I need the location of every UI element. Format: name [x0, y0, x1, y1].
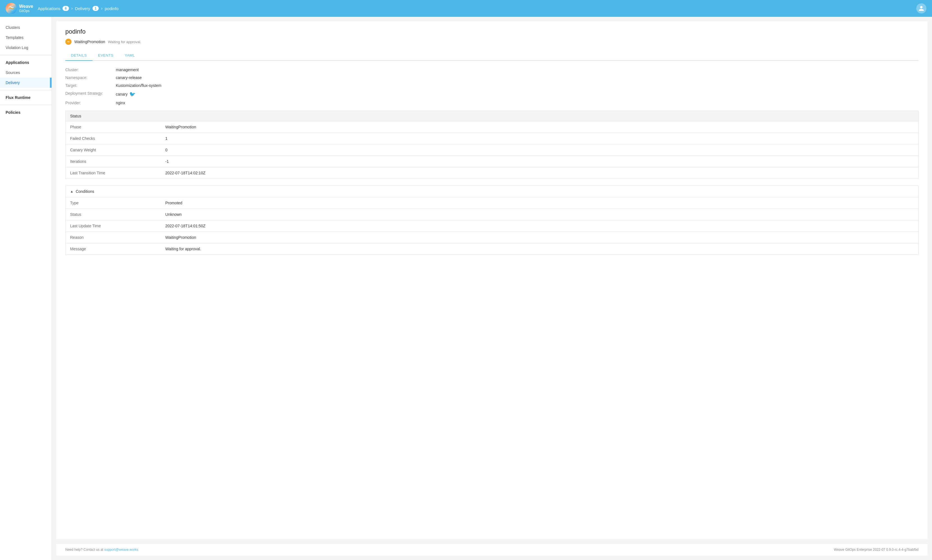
status-badge: – [65, 38, 71, 45]
logo-icon [6, 3, 17, 14]
content: podinfo – WaitingPromotion Waiting for a… [56, 21, 927, 268]
row-value: WaitingPromotion [161, 122, 918, 133]
user-avatar-button[interactable] [916, 3, 926, 14]
page-wrapper: podinfo – WaitingPromotion Waiting for a… [52, 17, 932, 560]
row-label: Last Update Time [66, 220, 161, 232]
conditions-section: ▲ Conditions TypePromotedStatusUnknownLa… [65, 186, 918, 255]
row-label: Status [66, 209, 161, 220]
sidebar-section-flux-runtime: Flux Runtime [0, 92, 52, 103]
row-value: Promoted [161, 197, 918, 209]
tab-events[interactable]: EVENTS [92, 51, 119, 61]
conditions-header[interactable]: ▲ Conditions [65, 186, 918, 197]
logo: Weave GitOps [6, 3, 33, 14]
sidebar-item-violation-log[interactable]: Violation Log [0, 43, 52, 53]
sidebar-section-applications: Applications [0, 57, 52, 68]
tab-yaml[interactable]: YAML [119, 51, 140, 61]
sidebar-item-delivery[interactable]: Delivery [0, 78, 52, 88]
main-layout: Clusters Templates Violation Log Applica… [0, 17, 932, 560]
footer-help-text: Need help? Contact us at [65, 548, 104, 552]
detail-deployment-strategy-value: canary 🐦 [116, 91, 136, 97]
status-table: PhaseWaitingPromotionFailed Checks1Canar… [65, 121, 918, 179]
conditions-title: Conditions [76, 189, 94, 194]
row-value: 2022-07-18T14:02:10Z [161, 167, 918, 179]
row-value: 1 [161, 133, 918, 145]
table-row: StatusUnknown [66, 209, 918, 220]
table-row: TypePromoted [66, 197, 918, 209]
status-section: Status PhaseWaitingPromotionFailed Check… [65, 111, 918, 179]
row-value: 0 [161, 145, 918, 156]
table-row: Last Transition Time2022-07-18T14:02:10Z [66, 167, 918, 179]
content-wrapper: podinfo – WaitingPromotion Waiting for a… [56, 21, 927, 539]
page-title: podinfo [65, 28, 918, 35]
row-value: Unknown [161, 209, 918, 220]
row-label: Message [66, 243, 161, 255]
table-row: Last Update Time2022-07-18T14:01:50Z [66, 220, 918, 232]
sidebar-item-templates[interactable]: Templates [0, 32, 52, 43]
row-value: Waiting for approval. [161, 243, 918, 255]
conditions-table: TypePromotedStatusUnknownLast Update Tim… [65, 197, 918, 255]
breadcrumb-delivery[interactable]: Delivery 1 [75, 6, 99, 11]
row-label: Type [66, 197, 161, 209]
tab-details[interactable]: DETAILS [65, 51, 92, 61]
brand-name: Weave [19, 4, 33, 9]
status-badge-icon: – [67, 39, 70, 44]
header-right [916, 3, 926, 14]
detail-cluster-label: Cluster: [65, 68, 116, 72]
tabs: DETAILS EVENTS YAML [65, 51, 918, 61]
table-row: Iterations-1 [66, 156, 918, 167]
table-row: Canary Weight0 [66, 145, 918, 156]
detail-namespace: Namespace: canary-release [65, 75, 918, 80]
row-label: Failed Checks [66, 133, 161, 145]
breadcrumb-delivery-label: Delivery [75, 6, 90, 11]
header-left: Weave GitOps Applications 6 › Delivery 1… [6, 3, 119, 14]
row-value: WaitingPromotion [161, 232, 918, 243]
status-desc: Waiting for approval. [108, 40, 141, 44]
logo-text: Weave GitOps [19, 4, 33, 13]
row-label: Reason [66, 232, 161, 243]
breadcrumb-delivery-count: 1 [92, 6, 99, 11]
breadcrumb: Applications 6 › Delivery 1 › podinfo [38, 6, 118, 11]
detail-cluster-value: management [116, 68, 139, 72]
row-label: Iterations [66, 156, 161, 167]
table-row: PhaseWaitingPromotion [66, 122, 918, 133]
sidebar-item-clusters[interactable]: Clusters [0, 22, 52, 32]
sidebar: Clusters Templates Violation Log Applica… [0, 17, 52, 560]
breadcrumb-sep-2: › [101, 6, 102, 11]
detail-target: Target: Kustomization/flux-system [65, 83, 918, 88]
footer-version: Weave GitOps Enterprise 2022-07 0.9.0-rc… [834, 548, 918, 552]
row-value: -1 [161, 156, 918, 167]
detail-provider: Provider: nginx [65, 101, 918, 105]
canary-icon: 🐦 [129, 91, 136, 97]
sidebar-section-flux: Flux Runtime [0, 92, 52, 103]
brand-sub: GitOps [19, 9, 33, 13]
conditions-chevron-icon: ▲ [70, 189, 74, 193]
detail-namespace-label: Namespace: [65, 75, 116, 80]
sidebar-item-sources[interactable]: Sources [0, 68, 52, 78]
sidebar-section-policies: Policies [0, 107, 52, 117]
sidebar-section-main: Clusters Templates Violation Log [0, 22, 52, 53]
header: Weave GitOps Applications 6 › Delivery 1… [0, 0, 932, 17]
detail-deployment-strategy: Deployment Strategy: canary 🐦 [65, 91, 918, 97]
detail-target-label: Target: [65, 83, 116, 88]
row-label: Last Transition Time [66, 167, 161, 179]
detail-namespace-value: canary-release [116, 75, 142, 80]
sidebar-section-apps: Applications Sources Delivery [0, 57, 52, 88]
sidebar-divider-2 [0, 90, 52, 90]
footer-help: Need help? Contact us at support@weave.w… [65, 548, 138, 552]
breadcrumb-applications[interactable]: Applications 6 [38, 6, 69, 11]
detail-deployment-strategy-label: Deployment Strategy: [65, 91, 116, 95]
footer: Need help? Contact us at support@weave.w… [56, 543, 927, 555]
breadcrumb-applications-count: 6 [63, 6, 69, 11]
detail-provider-label: Provider: [65, 101, 116, 105]
footer-support-link[interactable]: support@weave.works [104, 548, 139, 552]
status-row: – WaitingPromotion Waiting for approval. [65, 38, 918, 45]
status-section-header: Status [65, 111, 918, 121]
detail-target-value: Kustomization/flux-system [116, 83, 162, 88]
sidebar-divider-3 [0, 105, 52, 105]
table-row: MessageWaiting for approval. [66, 243, 918, 255]
row-label: Canary Weight [66, 145, 161, 156]
breadcrumb-applications-label: Applications [38, 6, 60, 11]
status-label: WaitingPromotion [74, 40, 105, 44]
row-value: 2022-07-18T14:01:50Z [161, 220, 918, 232]
table-row: ReasonWaitingPromotion [66, 232, 918, 243]
